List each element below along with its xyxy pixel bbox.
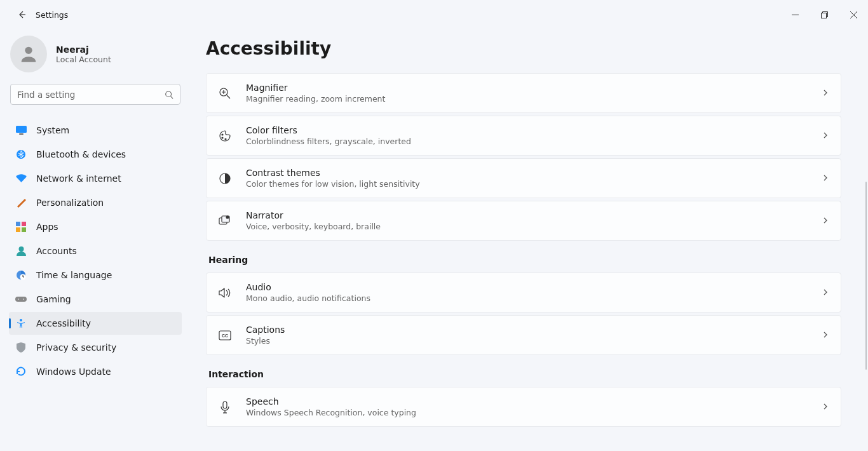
- card-narrator[interactable]: Narrator Voice, verbosity, keyboard, bra…: [206, 201, 841, 241]
- card-subtitle: Windows Speech Recognition, voice typing: [246, 408, 822, 417]
- card-title: Audio: [246, 282, 822, 292]
- avatar-icon: [18, 43, 39, 65]
- nav-item-accounts[interactable]: Accounts: [9, 239, 182, 262]
- svg-point-10: [18, 246, 24, 252]
- card-color-filters[interactable]: Color filters Colorblindness filters, gr…: [206, 116, 841, 156]
- captions-icon: CC: [218, 328, 232, 342]
- svg-point-19: [222, 137, 223, 138]
- nav-label: Windows Update: [36, 367, 111, 377]
- chevron-right-icon: [822, 329, 829, 341]
- nav-label: Apps: [36, 222, 58, 232]
- microphone-icon: [218, 400, 232, 414]
- app-title: Settings: [36, 10, 68, 20]
- nav-label: Time & language: [36, 270, 112, 280]
- svg-text:CC: CC: [222, 333, 228, 338]
- nav-label: System: [36, 125, 69, 135]
- contrast-icon: [218, 172, 232, 185]
- card-title: Magnifier: [246, 83, 822, 93]
- profile-subtitle: Local Account: [56, 55, 111, 64]
- nav-label: Gaming: [36, 294, 71, 304]
- nav-item-gaming[interactable]: Gaming: [9, 288, 182, 311]
- nav-label: Network & internet: [36, 173, 121, 184]
- search-input[interactable]: [17, 90, 165, 100]
- page-title: Accessibility: [206, 38, 841, 59]
- accessibility-icon: [15, 318, 27, 329]
- chevron-right-icon: [822, 87, 829, 99]
- window-controls: [780, 4, 868, 25]
- wifi-icon: [15, 173, 27, 184]
- person-icon: [15, 245, 27, 257]
- avatar: [10, 36, 47, 72]
- svg-point-2: [166, 91, 172, 97]
- nav-item-system[interactable]: System: [9, 119, 182, 142]
- card-audio[interactable]: Audio Mono audio, audio notifications: [206, 273, 841, 313]
- shield-icon: [15, 342, 27, 353]
- sidebar: Neeraj Local Account System: [0, 29, 191, 451]
- profile-block[interactable]: Neeraj Local Account: [0, 36, 191, 84]
- nav-item-bluetooth[interactable]: Bluetooth & devices: [9, 143, 182, 166]
- search-box[interactable]: [10, 84, 180, 105]
- nav-item-privacy[interactable]: Privacy & security: [9, 336, 182, 359]
- svg-rect-4: [19, 133, 24, 135]
- minimize-button[interactable]: [780, 4, 810, 25]
- nav-label: Personalization: [36, 198, 104, 208]
- nav-label: Bluetooth & devices: [36, 149, 126, 159]
- svg-rect-27: [223, 401, 227, 408]
- narrator-icon: [218, 214, 232, 228]
- card-subtitle: Magnifier reading, zoom increment: [246, 94, 822, 104]
- nav-label: Privacy & security: [36, 342, 116, 353]
- nav-item-update[interactable]: Windows Update: [9, 360, 182, 383]
- chevron-right-icon: [822, 172, 829, 184]
- svg-point-24: [226, 215, 229, 219]
- brush-icon: [15, 197, 27, 208]
- svg-rect-7: [22, 222, 26, 226]
- scrollbar-thumb[interactable]: [865, 182, 867, 370]
- nav-item-accessibility[interactable]: Accessibility: [9, 312, 182, 335]
- card-subtitle: Color themes for low vision, light sensi…: [246, 179, 822, 189]
- close-button[interactable]: [839, 4, 868, 25]
- nav-item-network[interactable]: Network & internet: [9, 167, 182, 190]
- nav-label: Accessibility: [36, 318, 91, 328]
- nav-item-apps[interactable]: Apps: [9, 215, 182, 238]
- svg-rect-0: [821, 13, 826, 18]
- card-subtitle: Styles: [246, 336, 822, 346]
- palette-icon: [218, 129, 232, 143]
- main-content: Accessibility Magnifier Magnifier readin…: [191, 29, 868, 451]
- svg-rect-3: [16, 126, 27, 133]
- card-title: Contrast themes: [246, 168, 822, 178]
- nav-item-time[interactable]: Time & language: [9, 264, 182, 286]
- update-icon: [15, 366, 27, 377]
- nav: System Bluetooth & devices Network & int…: [0, 119, 191, 383]
- magnifier-icon: [218, 86, 232, 100]
- card-subtitle: Mono audio, audio notifications: [246, 293, 822, 303]
- card-subtitle: Colorblindness filters, grayscale, inver…: [246, 137, 822, 146]
- svg-point-18: [222, 134, 223, 135]
- chevron-right-icon: [822, 401, 829, 413]
- card-subtitle: Voice, verbosity, keyboard, braille: [246, 222, 822, 231]
- svg-rect-8: [16, 227, 20, 232]
- svg-rect-13: [15, 297, 27, 302]
- card-title: Color filters: [246, 125, 822, 135]
- card-captions[interactable]: CC Captions Styles: [206, 315, 841, 355]
- card-speech[interactable]: Speech Windows Speech Recognition, voice…: [206, 387, 841, 427]
- svg-point-14: [18, 299, 19, 300]
- back-button[interactable]: [10, 3, 33, 26]
- section-label-interaction: Interaction: [208, 369, 841, 379]
- svg-rect-9: [22, 227, 26, 232]
- speaker-icon: [218, 286, 232, 300]
- maximize-button[interactable]: [810, 4, 839, 25]
- titlebar: Settings: [0, 0, 868, 29]
- card-title: Speech: [246, 396, 822, 407]
- card-title: Captions: [246, 325, 822, 335]
- svg-point-20: [225, 138, 226, 140]
- display-icon: [15, 125, 27, 136]
- svg-rect-6: [16, 222, 20, 226]
- search-icon: [165, 90, 173, 99]
- clock-globe-icon: [15, 269, 27, 281]
- card-contrast-themes[interactable]: Contrast themes Color themes for low vis…: [206, 158, 841, 198]
- svg-point-16: [20, 319, 22, 321]
- nav-item-personalization[interactable]: Personalization: [9, 191, 182, 214]
- card-magnifier[interactable]: Magnifier Magnifier reading, zoom increm…: [206, 73, 841, 113]
- apps-icon: [15, 221, 27, 232]
- maximize-icon: [821, 11, 828, 18]
